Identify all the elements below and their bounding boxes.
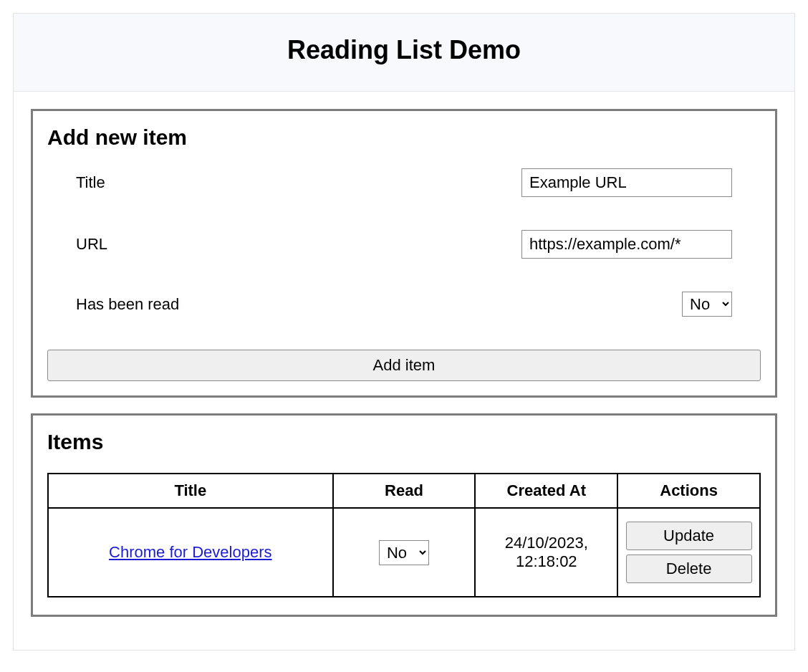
row-read-select[interactable]: NoYes [379,540,429,565]
url-input[interactable] [521,230,732,259]
content-area: Add new item Title URL Has been read NoY… [14,92,794,650]
page-header: Reading List Demo [14,14,794,92]
title-label: Title [76,173,105,192]
col-header-title: Title [48,474,333,508]
add-item-panel: Add new item Title URL Has been read NoY… [31,109,777,398]
items-heading: Items [47,430,761,454]
items-panel: Items Title Read Created At Actions Chro… [31,413,777,617]
item-title-link[interactable]: Chrome for Developers [109,543,271,561]
has-been-read-select[interactable]: NoYes [682,292,732,317]
cell-created-at: 24/10/2023, 12:18:02 [475,508,617,597]
col-header-created: Created At [475,474,617,508]
add-item-button[interactable]: Add item [47,350,761,381]
has-been-read-label: Has been read [76,295,179,314]
form-row-read: Has been read NoYes [47,292,761,317]
table-row: Chrome for DevelopersNoYes24/10/2023, 12… [48,508,760,597]
col-header-read: Read [333,474,476,508]
page-container: Reading List Demo Add new item Title URL… [13,13,795,651]
form-row-title: Title [47,168,761,197]
items-table: Title Read Created At Actions Chrome for… [47,473,761,597]
url-label: URL [76,235,107,254]
delete-button[interactable]: Delete [626,555,752,583]
title-input[interactable] [521,168,732,197]
page-title: Reading List Demo [21,35,787,65]
cell-actions: UpdateDelete [617,508,760,597]
update-button[interactable]: Update [626,522,752,550]
col-header-actions: Actions [617,474,760,508]
cell-title: Chrome for Developers [48,508,333,597]
add-item-heading: Add new item [47,125,761,150]
cell-read: NoYes [333,508,476,597]
form-row-url: URL [47,230,761,259]
table-header-row: Title Read Created At Actions [48,474,760,508]
